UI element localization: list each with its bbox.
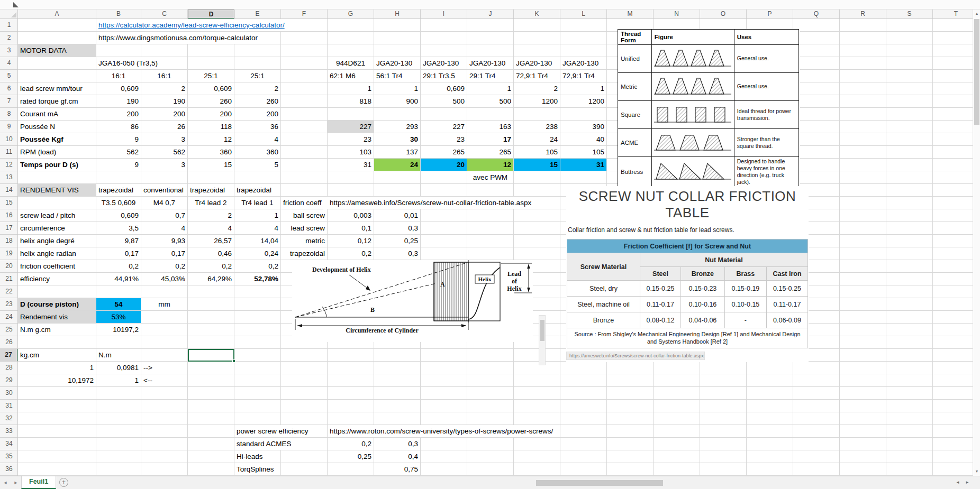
cell-H28[interactable] <box>374 362 421 374</box>
cell-B30[interactable] <box>96 387 141 400</box>
cell-C29[interactable]: <-- <box>141 374 188 387</box>
cell-P36[interactable] <box>747 463 793 476</box>
cell-A10[interactable]: Poussée Kgf <box>18 133 96 146</box>
cell-F27[interactable] <box>281 349 328 362</box>
cell-D27[interactable] <box>188 349 234 362</box>
cell-J12[interactable]: 12 <box>467 159 514 171</box>
cell-A6[interactable]: lead screw mm/tour <box>18 82 96 95</box>
cell-C16[interactable]: 0,7 <box>141 209 188 222</box>
cell-G15[interactable]: https://amesweb.info/Screws/screw-nut-co… <box>328 197 533 209</box>
cell-I12[interactable]: 20 <box>421 159 467 171</box>
row-header-18[interactable]: 18 <box>0 235 18 247</box>
cell-S5[interactable] <box>886 70 933 82</box>
cell-E26[interactable] <box>234 336 281 349</box>
cell-A7[interactable]: rated torque gf.cm <box>18 95 96 108</box>
cell-J34[interactable] <box>467 438 514 450</box>
cell-I13[interactable] <box>421 171 467 184</box>
cell-D5[interactable]: 25:1 <box>188 70 234 82</box>
cell-P32[interactable] <box>747 412 793 425</box>
cell-R13[interactable] <box>840 171 886 184</box>
cell-E30[interactable] <box>234 387 281 400</box>
cell-D34[interactable] <box>188 438 234 450</box>
cell-A13[interactable] <box>18 171 96 184</box>
cell-L7[interactable]: 1200 <box>560 95 607 108</box>
cell-M33[interactable] <box>607 425 654 438</box>
cell-G3[interactable] <box>328 44 374 57</box>
cell-P31[interactable] <box>747 400 793 412</box>
cell-K29[interactable] <box>514 374 560 387</box>
cell-J10[interactable]: 17 <box>467 133 514 146</box>
cell-N30[interactable] <box>654 387 700 400</box>
cell-R8[interactable] <box>840 108 886 121</box>
cell-Q8[interactable] <box>793 108 840 121</box>
cell-S17[interactable] <box>886 222 933 235</box>
cell-D10[interactable]: 12 <box>188 133 234 146</box>
cell-A14[interactable]: RENDEMENT VIS <box>18 184 96 197</box>
col-header-B[interactable]: B <box>96 10 141 19</box>
cell-D26[interactable] <box>188 336 234 349</box>
cell-H10[interactable]: 30 <box>374 133 421 146</box>
cell-H1[interactable] <box>374 19 421 32</box>
cell-D12[interactable]: 15 <box>188 159 234 171</box>
cell-E9[interactable]: 36 <box>234 121 281 133</box>
cell-B10[interactable]: 9 <box>96 133 141 146</box>
cell-J29[interactable] <box>467 374 514 387</box>
row-header-29[interactable]: 29 <box>0 374 18 387</box>
cell-T14[interactable] <box>933 184 973 197</box>
cell-K28[interactable] <box>514 362 560 374</box>
cell-A29[interactable]: 10,1972 <box>18 374 96 387</box>
cell-A33[interactable] <box>18 425 96 438</box>
cell-S35[interactable] <box>886 450 933 463</box>
cell-F35[interactable] <box>281 450 328 463</box>
row-header-36[interactable]: 36 <box>0 463 18 476</box>
cell-G11[interactable]: 103 <box>328 146 374 159</box>
cell-L11[interactable]: 105 <box>560 146 607 159</box>
cell-F30[interactable] <box>281 387 328 400</box>
cell-G4[interactable]: 944D621 <box>328 57 374 70</box>
cell-G9[interactable]: 227 <box>328 121 374 133</box>
cell-H29[interactable] <box>374 374 421 387</box>
cell-T33[interactable] <box>933 425 973 438</box>
cell-O36[interactable] <box>700 463 747 476</box>
row-header-1[interactable]: 1 <box>0 19 18 32</box>
scroll-up-icon[interactable]: ▲ <box>973 10 980 18</box>
row-header-23[interactable]: 23 <box>0 298 18 311</box>
cell-D24[interactable] <box>188 311 234 324</box>
row-header-4[interactable]: 4 <box>0 57 18 70</box>
cell-I27[interactable] <box>421 349 467 362</box>
cell-K19[interactable] <box>514 247 560 260</box>
row-header-6[interactable]: 6 <box>0 82 18 95</box>
cell-D11[interactable]: 360 <box>188 146 234 159</box>
cell-C35[interactable] <box>141 450 188 463</box>
row-header-35[interactable]: 35 <box>0 450 18 463</box>
cell-S12[interactable] <box>886 159 933 171</box>
cell-K8[interactable] <box>514 108 560 121</box>
cell-J9[interactable]: 163 <box>467 121 514 133</box>
col-header-H[interactable]: H <box>374 10 421 19</box>
cell-D36[interactable] <box>188 463 234 476</box>
cell-K34[interactable] <box>514 438 560 450</box>
cell-I9[interactable]: 227 <box>421 121 467 133</box>
col-header-R[interactable]: R <box>840 10 886 19</box>
cell-I31[interactable] <box>421 400 467 412</box>
cell-M32[interactable] <box>607 412 654 425</box>
cell-R14[interactable] <box>840 184 886 197</box>
cell-M30[interactable] <box>607 387 654 400</box>
cell-B29[interactable]: 1 <box>96 374 141 387</box>
cell-D32[interactable] <box>188 412 234 425</box>
cell-J11[interactable]: 265 <box>467 146 514 159</box>
cell-T27[interactable] <box>933 349 973 362</box>
cell-N34[interactable] <box>654 438 700 450</box>
cell-C25[interactable] <box>141 324 188 336</box>
cell-B8[interactable]: 200 <box>96 108 141 121</box>
cell-S14[interactable] <box>886 184 933 197</box>
cell-N35[interactable] <box>654 450 700 463</box>
cell-S32[interactable] <box>886 412 933 425</box>
cell-F17[interactable]: lead screw <box>281 222 328 235</box>
cell-H18[interactable]: 0,25 <box>374 235 421 247</box>
tab-nav-left-icon[interactable]: ◄ <box>0 476 11 489</box>
row-header-22[interactable]: 22 <box>0 285 18 298</box>
cell-R3[interactable] <box>840 44 886 57</box>
cell-F16[interactable]: ball screw <box>281 209 328 222</box>
col-header-M[interactable]: M <box>607 10 654 19</box>
